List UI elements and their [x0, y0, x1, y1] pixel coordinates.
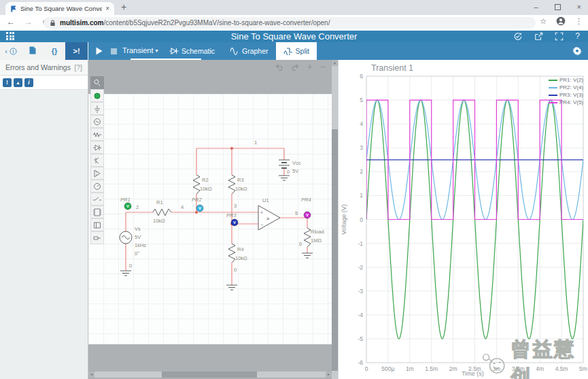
browser-actions: ☆ ⋮: [540, 16, 583, 26]
account-avatar[interactable]: [556, 16, 566, 26]
collapse-info-icon[interactable]: ‹ i: [0, 47, 22, 55]
legend-label: PR4: V(5): [559, 100, 583, 105]
play-icon[interactable]: [96, 47, 103, 55]
simulation-toolbar: Transient ▼ Schematic Grapher Split: [88, 42, 588, 60]
header-actions: ?: [513, 31, 580, 41]
minimize-icon[interactable]: –: [534, 3, 538, 11]
y-tick-label: -1: [358, 240, 363, 247]
y-tick-label: 4: [360, 120, 363, 127]
errors-panel-title: Errors and Warnings: [5, 63, 71, 71]
info-icon[interactable]: i: [24, 78, 33, 87]
errors-help-badge[interactable]: [?]: [74, 63, 82, 71]
schematic-canvas[interactable]: + − > R110kΩR210kΩR310kΩR410kΩRload1MΩVs…: [88, 60, 338, 379]
horizontal-scroll-thumb[interactable]: [162, 372, 257, 378]
legend-item[interactable]: PR3: V(3): [549, 93, 583, 98]
palette-switch-icon[interactable]: [90, 193, 104, 205]
scroll-right-arrow[interactable]: ▸: [326, 372, 332, 378]
browser-menu-icon[interactable]: ⋮: [575, 17, 583, 26]
y-tick-label: -2: [358, 264, 363, 271]
bookmark-star-icon[interactable]: ☆: [540, 17, 547, 26]
palette-power-source-icon[interactable]: [90, 115, 104, 128]
maximize-icon[interactable]: [555, 4, 561, 10]
chart-legend: PR1: V(2)PR2: V(4)PR3: V(3)PR4: V(5): [549, 78, 583, 105]
new-tab-button[interactable]: +: [121, 1, 126, 12]
y-tick-label: -6: [358, 359, 363, 366]
legend-color-dash: [549, 87, 557, 88]
view-tabs: Schematic Grapher Split: [162, 42, 317, 60]
palette-resistor-icon[interactable]: [90, 128, 104, 141]
close-icon[interactable]: ×: [577, 3, 581, 11]
tab-schematic[interactable]: Schematic: [162, 42, 222, 60]
x-tick-label: 500µ: [381, 365, 394, 372]
legend-color-dash: [549, 80, 557, 81]
browser-tab-bar: Sine To Square Wave Convert × + – ×: [0, 0, 588, 15]
legend-label: PR2: V(4): [559, 85, 583, 90]
palette-misc-icon[interactable]: [90, 218, 104, 231]
palette-diode-icon[interactable]: [90, 141, 104, 154]
analysis-type-dropdown[interactable]: Transient: [122, 46, 153, 54]
fullscreen-icon[interactable]: [555, 32, 564, 41]
palette-analog-icon[interactable]: [90, 167, 104, 180]
lock-icon: [50, 20, 56, 27]
y-tick-label: -4: [358, 312, 363, 318]
palette-ic-icon[interactable]: [90, 205, 104, 218]
y-tick-label: 2: [360, 168, 363, 175]
transient-chart[interactable]: 0500µ1m1.5m2m2.5m3m3.5m4m4.5m5m6543210-1…: [339, 60, 588, 379]
redo-icon[interactable]: [291, 63, 300, 71]
warning-icon[interactable]: ▲: [14, 78, 22, 87]
errors-panel: Errors and Warnings [?] ! ▲ i: [0, 60, 88, 379]
panel-toolbar: ‹ i {} >!: [0, 42, 88, 60]
interactive-sim-icon[interactable]: [513, 32, 523, 41]
legend-item[interactable]: PR4: V(5): [549, 100, 583, 105]
y-tick-label: 5: [360, 97, 363, 103]
back-icon[interactable]: ←: [7, 17, 15, 27]
tab-close-icon[interactable]: ×: [105, 5, 109, 12]
legend-label: PR3: V(3): [559, 93, 583, 98]
palette-transistor-icon[interactable]: [90, 154, 104, 167]
undo-icon[interactable]: [275, 63, 283, 71]
y-tick-label: 3: [360, 144, 363, 151]
split-icon: [283, 47, 293, 55]
share-icon[interactable]: [534, 32, 543, 41]
y-tick-label: 6: [360, 73, 363, 80]
forward-icon[interactable]: →: [24, 17, 33, 27]
legend-item[interactable]: PR2: V(4): [549, 85, 583, 90]
error-icon[interactable]: !: [3, 78, 12, 87]
zoom-in-icon[interactable]: +: [307, 61, 313, 72]
palette-meter-icon[interactable]: [90, 180, 104, 193]
watermark: 曾益慧创: [481, 336, 588, 379]
y-tick-label: 0: [360, 216, 363, 223]
component-palette: [90, 76, 104, 244]
tab-split[interactable]: Split: [276, 42, 317, 60]
vertical-scroll-thumb[interactable]: [332, 129, 338, 371]
grapher-panel: Transient 1 0500µ1m1.5m2m2.5m3m3.5m4m4.5…: [338, 60, 588, 379]
url-path: /content/b5SqjuveR2n2Pvgu93MMaV/sine-to-…: [103, 19, 330, 27]
scroll-up-arrow[interactable]: ▲: [332, 60, 338, 66]
console-icon[interactable]: >!: [65, 42, 88, 60]
palette-connector-icon[interactable]: [90, 231, 104, 244]
x-tick-label: 2m: [449, 365, 457, 372]
legend-color-dash: [549, 102, 557, 103]
horizontal-scrollbar[interactable]: ◂ ▸: [88, 372, 332, 378]
watermark-logo-icon: [481, 349, 508, 378]
zoom-out-icon[interactable]: −: [320, 61, 326, 72]
stop-icon[interactable]: [111, 48, 117, 54]
document-icon[interactable]: [22, 46, 44, 56]
y-axis-title: Voltage (V): [341, 204, 347, 235]
canvas-buttons: + −: [275, 61, 326, 72]
tab-grapher[interactable]: Grapher: [222, 42, 276, 60]
legend-item[interactable]: PR1: V(2): [549, 78, 583, 83]
palette-search-icon[interactable]: [90, 76, 104, 89]
browser-tab[interactable]: Sine To Square Wave Convert ×: [5, 2, 114, 15]
vertical-scrollbar[interactable]: ▲: [332, 60, 338, 372]
code-braces-icon[interactable]: {}: [44, 47, 65, 55]
help-icon[interactable]: ?: [575, 31, 580, 41]
gear-icon[interactable]: [572, 46, 582, 56]
scroll-left-arrow[interactable]: ◂: [88, 372, 94, 378]
y-tick-label: -5: [358, 335, 363, 342]
address-bar[interactable]: multisim.com/content/b5SqjuveR2n2Pvgu93M…: [44, 17, 536, 29]
palette-ground-icon[interactable]: [90, 102, 104, 115]
palette-probe-icon[interactable]: [90, 89, 104, 102]
chevron-down-icon[interactable]: ▼: [154, 48, 159, 53]
grapher-icon: [230, 48, 239, 55]
